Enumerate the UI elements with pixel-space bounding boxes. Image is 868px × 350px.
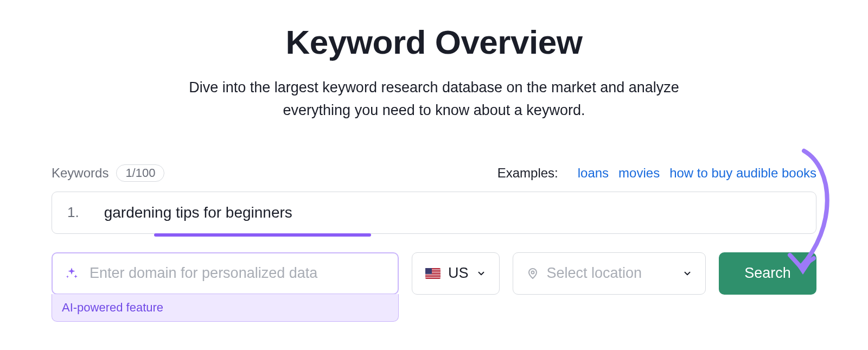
- keywords-label-group: Keywords 1/100: [52, 164, 164, 182]
- highlight-underline: [154, 233, 371, 237]
- page-subtitle: Dive into the largest keyword research d…: [163, 77, 705, 122]
- example-link[interactable]: how to buy audible books: [669, 166, 816, 181]
- examples-label: Examples:: [497, 166, 558, 181]
- domain-input-container[interactable]: [52, 252, 399, 295]
- keyword-input-container[interactable]: 1.: [52, 192, 816, 234]
- us-flag-icon: [425, 268, 441, 279]
- database-select[interactable]: US: [412, 252, 500, 295]
- example-link[interactable]: movies: [618, 166, 660, 181]
- chevron-down-icon: [682, 269, 692, 278]
- sparkle-icon: [65, 266, 79, 281]
- search-button[interactable]: Search: [719, 252, 816, 295]
- example-link[interactable]: loans: [578, 166, 609, 181]
- database-value: US: [448, 265, 469, 282]
- keywords-count-badge: 1/100: [116, 164, 164, 182]
- chevron-down-icon: [476, 269, 486, 278]
- keyword-input[interactable]: [104, 204, 801, 221]
- keyword-row-number: 1.: [67, 204, 79, 221]
- svg-point-0: [531, 271, 534, 273]
- examples-group: Examples: loans movies how to buy audibl…: [497, 166, 816, 181]
- keywords-label: Keywords: [52, 166, 108, 181]
- domain-input[interactable]: [88, 264, 386, 282]
- location-pin-icon: [526, 267, 539, 280]
- location-select[interactable]: Select location: [513, 252, 706, 295]
- ai-feature-caption: AI-powered feature: [52, 294, 399, 322]
- location-placeholder: Select location: [547, 265, 675, 282]
- page-title: Keyword Overview: [52, 23, 816, 61]
